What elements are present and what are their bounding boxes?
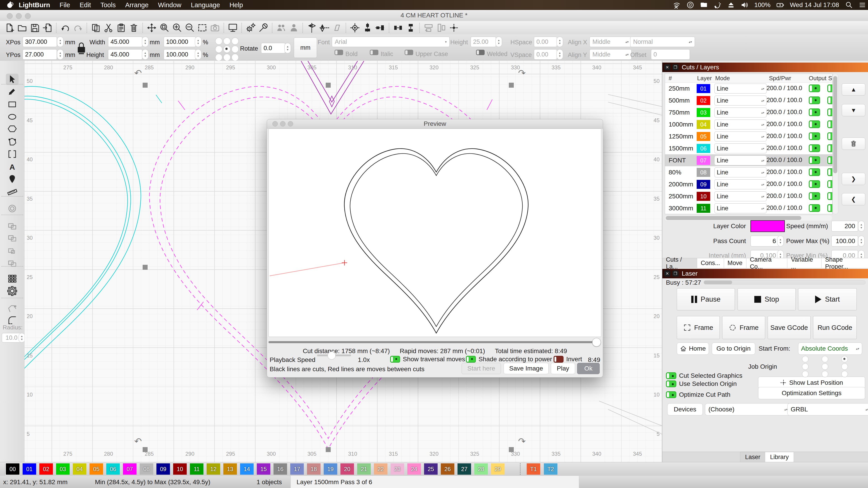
palette-color-19[interactable]: 19 (324, 463, 337, 475)
power-max-input[interactable]: 100.00 (831, 236, 858, 247)
offset-input[interactable]: 0 (651, 49, 690, 60)
menu-item-help[interactable]: Help (225, 1, 248, 9)
job-origin-0-2[interactable] (841, 356, 848, 362)
speed-stepper[interactable]: ▴▾ (858, 221, 865, 232)
play-button[interactable]: Play (551, 363, 575, 374)
palette-color-05[interactable]: 05 (90, 463, 103, 475)
close-laser-panel-icon[interactable]: ✕ (664, 270, 671, 277)
progress-handle[interactable] (592, 338, 601, 347)
ypos-stepper[interactable]: ▴▾ (57, 49, 64, 60)
device-choose-combo[interactable]: (Choose)▴▾ (705, 403, 791, 416)
flip-vertical-button[interactable] (305, 22, 318, 34)
layer-left-button[interactable]: ❮ (842, 193, 865, 205)
palette-color-07[interactable]: 07 (123, 463, 136, 475)
apple-icon[interactable] (6, 1, 14, 9)
position-laser-tool[interactable] (6, 174, 19, 185)
tab-laser[interactable]: Laser (740, 452, 765, 462)
rectangle-tool[interactable] (6, 99, 19, 110)
anchor-2-0[interactable] (215, 54, 222, 61)
circular-array-tool[interactable] (6, 285, 19, 297)
pass-count-stepper[interactable]: ▴▾ (777, 236, 784, 247)
use-selection-origin-toggle[interactable] (666, 381, 676, 387)
layer-list-vscrollbar[interactable] (833, 74, 838, 214)
layer-row-1000mm[interactable]: 1000mm04Line▴▾200.0 / 100.0 (665, 119, 832, 130)
bold-toggle[interactable] (335, 50, 343, 55)
job-origin-2-1[interactable] (822, 371, 828, 377)
tab-library[interactable]: Library (765, 452, 794, 462)
pan-button[interactable] (145, 22, 158, 34)
palette-color-00[interactable]: 00 (6, 463, 20, 475)
radius-stepper[interactable]: ▴▾ (19, 333, 25, 343)
layer-output-toggle[interactable] (809, 168, 820, 176)
offset-shapes-tool[interactable] (6, 203, 19, 214)
anchor-1-1[interactable] (223, 46, 230, 53)
float-laser-panel-icon[interactable]: ❐ (672, 270, 679, 277)
layer-color-chip[interactable]: 08 (697, 168, 710, 177)
show-traversal-toggle[interactable] (390, 356, 400, 363)
anchor-1-0[interactable] (215, 46, 222, 53)
layer-row-3000mm[interactable]: 3000mm11Line▴▾200.0 / 100.0 (665, 202, 832, 214)
import-file-button[interactable] (41, 22, 54, 34)
layer-list-hscrollbar[interactable] (665, 215, 832, 221)
anchor-2-1[interactable] (223, 54, 230, 61)
palette-color-26[interactable]: 26 (441, 463, 454, 475)
layer-show-toggle[interactable] (827, 121, 833, 128)
wifi-disabled-icon[interactable] (673, 1, 681, 9)
weld-tool[interactable] (6, 258, 19, 269)
layer-color-chip[interactable]: 05 (697, 132, 710, 141)
layer-show-toggle[interactable] (827, 144, 833, 152)
device-settings-button[interactable] (244, 22, 257, 34)
handoff-phone-icon[interactable] (714, 1, 721, 9)
menu-item-tools[interactable]: Tools (96, 1, 121, 9)
frame-selection-button[interactable] (196, 22, 209, 34)
layer-mode-combo[interactable]: Line▴▾ (714, 191, 767, 201)
layer-show-toggle[interactable] (827, 132, 833, 140)
preview-progress-slider[interactable] (269, 338, 601, 346)
layer-mode-combo[interactable]: Line▴▾ (714, 84, 767, 94)
palette-color-10[interactable]: 10 (173, 463, 187, 475)
preview-window-button[interactable] (226, 22, 239, 34)
height-percent-input[interactable]: 100.000 (164, 49, 196, 60)
layer-row-1250mm[interactable]: 1250mm05Line▴▾200.0 / 100.0 (665, 130, 832, 142)
layer-output-toggle[interactable] (809, 96, 820, 104)
close-panel-icon[interactable]: ✕ (664, 64, 671, 70)
palette-color-29[interactable]: 29 (491, 463, 504, 475)
speed-input[interactable]: 200 (831, 221, 858, 232)
job-origin-2-2[interactable] (841, 371, 848, 377)
layer-color-swatch[interactable] (750, 220, 785, 232)
ypos-input[interactable]: 27.000 (23, 49, 57, 60)
palette-tool-T1[interactable]: T1 (527, 463, 540, 475)
layer-mode-combo[interactable]: Line▴▾ (714, 180, 767, 189)
width-input[interactable]: 45.000 (108, 37, 143, 47)
save-gcode-button[interactable]: Save GCode (768, 316, 811, 339)
layer-show-toggle[interactable] (827, 192, 833, 200)
distribute-h-button[interactable] (392, 22, 404, 34)
palette-color-25[interactable]: 25 (424, 463, 438, 475)
cut-selected-toggle[interactable] (666, 372, 676, 379)
anchor-2-2[interactable] (231, 54, 239, 61)
new-file-button[interactable] (3, 22, 16, 34)
shear-button[interactable] (331, 22, 343, 34)
upper-case-toggle[interactable] (405, 50, 413, 55)
italic-toggle[interactable] (370, 50, 378, 55)
palette-color-15[interactable]: 15 (257, 463, 270, 475)
frame-square-button[interactable]: Frame (677, 316, 720, 339)
font-height-stepper[interactable]: ▴▾ (495, 37, 502, 47)
text-tool[interactable]: A (6, 161, 19, 172)
machine-settings-button[interactable] (257, 22, 270, 34)
selection-handle[interactable] (509, 83, 514, 88)
layer-output-toggle[interactable] (809, 108, 820, 116)
paste-button[interactable] (115, 22, 127, 34)
selection-handle[interactable] (143, 83, 148, 88)
layer-mode-combo[interactable]: Line▴▾ (714, 203, 767, 213)
xpos-input[interactable]: 307.000 (23, 37, 57, 47)
layer-row-1500mm[interactable]: 1500mm06Line▴▾200.0 / 100.0 (665, 142, 832, 154)
zoom-selection-button[interactable] (158, 22, 170, 34)
palette-color-01[interactable]: 01 (23, 463, 36, 475)
layer-output-toggle[interactable] (809, 132, 820, 140)
layer-output-toggle[interactable] (809, 180, 820, 188)
cuts-tab-1[interactable]: Cons... (697, 258, 724, 268)
layer-mode-combo[interactable]: Line▴▾ (714, 156, 767, 165)
menu-item-language[interactable]: Language (186, 1, 225, 9)
palette-color-02[interactable]: 02 (39, 463, 53, 475)
